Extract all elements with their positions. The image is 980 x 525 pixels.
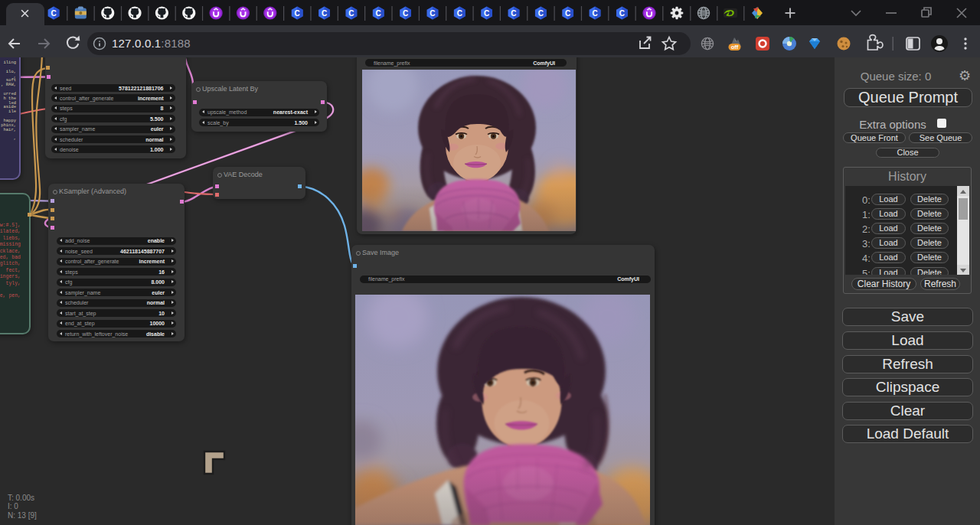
svg-text:C: C	[348, 9, 354, 18]
svg-text:C: C	[511, 9, 516, 18]
svg-text:C: C	[592, 9, 597, 18]
svg-text:C: C	[457, 9, 462, 18]
svg-text:C: C	[565, 9, 570, 18]
svg-text:C: C	[430, 9, 435, 18]
svg-text:C: C	[403, 9, 408, 18]
svg-text:C: C	[322, 9, 327, 18]
svg-text:C: C	[376, 9, 381, 18]
svg-text:C: C	[51, 9, 56, 18]
svg-text:C: C	[295, 9, 300, 18]
svg-text:C: C	[484, 9, 489, 18]
svg-text:off: off	[731, 44, 739, 51]
svg-text:C: C	[538, 9, 544, 18]
svg-text:C: C	[619, 9, 625, 18]
